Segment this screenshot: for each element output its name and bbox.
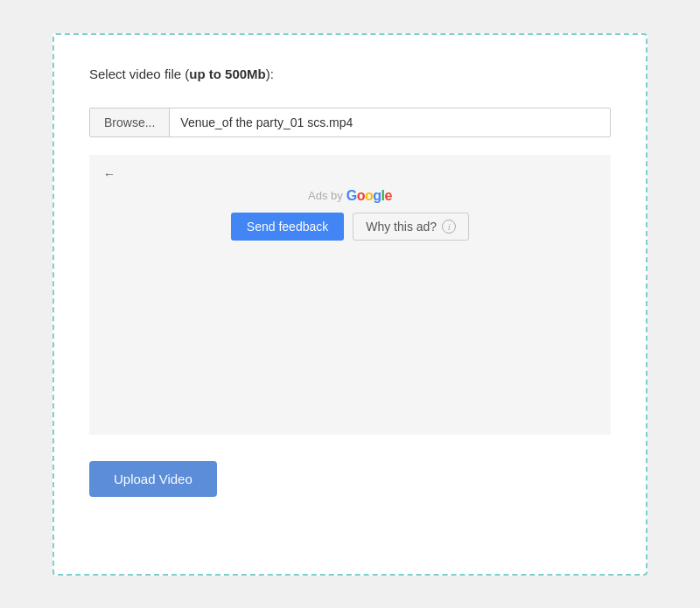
send-feedback-button[interactable]: Send feedback [231, 213, 344, 241]
google-logo-text: Google [346, 188, 392, 204]
ad-area: ← Ads by Google Send feedback Why this a… [89, 155, 611, 435]
ad-buttons-row: Send feedback Why this ad? i [103, 213, 597, 241]
main-container: Select video file (up to 500Mb): Browse.… [52, 33, 648, 576]
size-limit-text: up to 500Mb [189, 66, 266, 81]
why-this-ad-button[interactable]: Why this ad? i [353, 213, 469, 241]
file-input-row: Browse... Venue_of the party_01 scs.mp4 [89, 108, 611, 137]
why-this-ad-label: Why this ad? [366, 220, 437, 234]
section-label: Select video file (up to 500Mb): [89, 66, 611, 81]
info-icon: i [442, 220, 456, 234]
ad-header: Ads by Google [103, 188, 597, 204]
upload-video-button[interactable]: Upload Video [89, 461, 217, 497]
back-arrow-icon[interactable]: ← [103, 167, 116, 181]
ads-by-text: Ads by [308, 189, 343, 202]
file-name: Venue_of the party_01 scs.mp4 [170, 108, 610, 136]
browse-button[interactable]: Browse... [90, 108, 170, 136]
